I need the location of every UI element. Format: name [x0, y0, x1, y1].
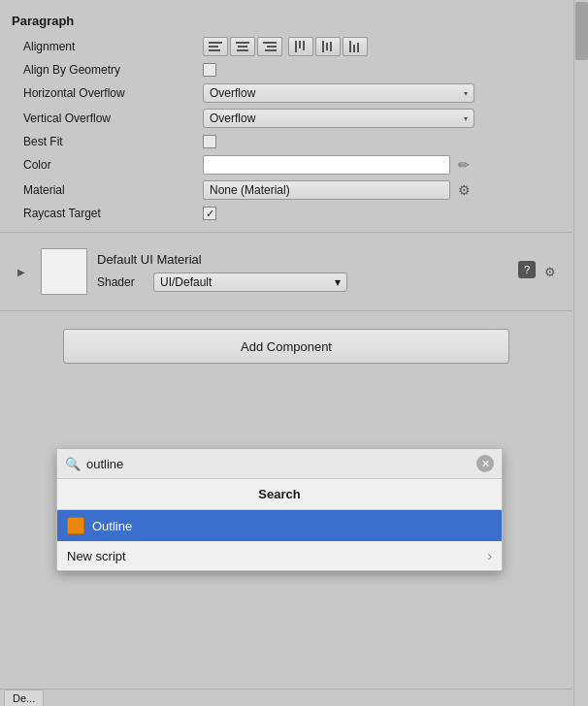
material-expand-btn[interactable]: ▶ [12, 248, 31, 295]
svg-rect-8 [265, 49, 277, 51]
align-bottom-btn[interactable] [343, 37, 368, 56]
svg-rect-5 [237, 49, 248, 51]
section-divider [0, 232, 572, 233]
search-result-outline[interactable]: Outline [57, 510, 502, 541]
vertical-overflow-arrow: ▾ [464, 114, 468, 123]
color-field[interactable] [203, 155, 450, 175]
search-result-new-script[interactable]: New script › [57, 541, 502, 570]
add-component-button[interactable]: Add Component [63, 329, 509, 364]
add-component-label: Add Component [241, 339, 332, 354]
color-value: ✏ [203, 155, 561, 175]
align-left-btn[interactable] [203, 37, 228, 56]
align-right-icon [263, 41, 277, 52]
alignment-v-group [288, 37, 368, 56]
main-panel: Paragraph Alignment [0, 0, 572, 706]
clear-icon: ✕ [481, 458, 490, 470]
shader-value: UI/Default [160, 275, 212, 289]
align-left-icon [209, 41, 222, 52]
svg-rect-3 [236, 42, 249, 44]
align-center-btn[interactable] [230, 37, 255, 56]
material-label: Material [23, 183, 203, 197]
horizontal-overflow-dropdown[interactable]: Overflow ▾ [203, 83, 474, 103]
align-middle-btn[interactable] [315, 37, 341, 56]
svg-rect-16 [353, 45, 355, 52]
bottom-bar: De... [0, 689, 572, 706]
material-help-icon[interactable]: ? [518, 261, 536, 278]
svg-rect-15 [349, 41, 351, 52]
alignment-value [203, 37, 561, 56]
color-label: Color [23, 158, 203, 172]
align-right-btn[interactable] [257, 37, 282, 56]
divider-2 [0, 310, 572, 311]
shader-arrow: ▾ [335, 275, 341, 289]
material-info: Default UI Material Shader UI/Default ▾ [97, 252, 508, 292]
search-clear-button[interactable]: ✕ [476, 455, 494, 472]
search-input[interactable] [86, 457, 471, 471]
svg-rect-12 [322, 41, 324, 52]
best-fit-value [203, 135, 561, 148]
shader-row: Shader UI/Default ▾ [97, 273, 508, 292]
default-material-section: ▶ Default UI Material Shader UI/Default … [0, 241, 572, 303]
svg-rect-10 [299, 41, 301, 48]
vertical-overflow-value: Overflow ▾ [203, 109, 561, 128]
material-field[interactable]: None (Material) [203, 180, 450, 200]
svg-rect-4 [238, 46, 247, 48]
search-overlay: 🔍 ✕ Search Outline New script › [56, 448, 503, 571]
material-name: Default UI Material [97, 252, 508, 267]
align-top-btn[interactable] [288, 37, 313, 56]
search-icon: 🔍 [65, 457, 81, 471]
horizontal-overflow-arrow: ▾ [464, 89, 468, 98]
scrollbar-thumb[interactable] [575, 2, 588, 60]
material-thumbnail [41, 248, 87, 295]
svg-rect-9 [295, 41, 297, 52]
material-row: Material None (Material) ⚙ [0, 177, 572, 203]
raycast-target-checkbox[interactable] [203, 207, 216, 220]
align-top-icon [294, 41, 308, 52]
outline-label: Outline [92, 519, 492, 533]
best-fit-label: Best Fit [23, 135, 203, 148]
svg-rect-2 [209, 49, 220, 51]
scrollbar[interactable] [573, 0, 588, 706]
align-bottom-icon [348, 41, 362, 52]
align-by-geometry-label: Align By Geometry [23, 63, 203, 77]
raycast-target-label: Raycast Target [23, 207, 203, 220]
horizontal-overflow-label: Horizontal Overflow [23, 86, 203, 100]
new-script-label: New script [67, 549, 479, 563]
svg-rect-0 [209, 42, 222, 44]
horizontal-overflow-value: Overflow ▾ [203, 83, 561, 103]
search-section-label: Search [57, 479, 502, 510]
material-field-text: None (Material) [210, 183, 290, 197]
search-input-row: 🔍 ✕ [57, 449, 502, 479]
alignment-row: Alignment [0, 34, 572, 59]
svg-rect-17 [357, 43, 359, 52]
outline-icon [67, 517, 84, 534]
bottom-tab[interactable]: De... [4, 690, 44, 707]
vertical-overflow-dropdown[interactable]: Overflow ▾ [203, 109, 474, 128]
color-picker-icon[interactable]: ✏ [454, 155, 474, 175]
shader-dropdown[interactable]: UI/Default ▾ [153, 273, 347, 292]
material-action-icons: ? ⚙ [518, 261, 561, 282]
align-by-geometry-row: Align By Geometry [0, 59, 572, 80]
color-row: Color ✏ [0, 152, 572, 177]
raycast-target-value [203, 207, 561, 220]
svg-rect-14 [330, 42, 332, 51]
new-script-arrow-icon: › [487, 548, 492, 563]
svg-rect-1 [209, 46, 218, 48]
svg-rect-6 [263, 42, 277, 44]
align-center-icon [236, 41, 249, 52]
align-middle-icon [321, 41, 335, 52]
align-by-geometry-checkbox[interactable] [203, 63, 216, 77]
material-gear-icon[interactable]: ⚙ [454, 180, 474, 200]
best-fit-checkbox[interactable] [203, 135, 216, 148]
horizontal-overflow-row: Horizontal Overflow Overflow ▾ [0, 80, 572, 106]
material-value: None (Material) ⚙ [203, 180, 561, 200]
vertical-overflow-label: Vertical Overflow [23, 112, 203, 125]
best-fit-row: Best Fit [0, 131, 572, 152]
material-settings-icon[interactable]: ⚙ [539, 261, 561, 282]
svg-rect-7 [267, 46, 277, 48]
shader-label: Shader [97, 275, 146, 289]
svg-rect-13 [326, 43, 328, 50]
vertical-overflow-row: Vertical Overflow Overflow ▾ [0, 106, 572, 131]
vertical-overflow-selected: Overflow [210, 112, 255, 125]
alignment-h-group [203, 37, 282, 56]
